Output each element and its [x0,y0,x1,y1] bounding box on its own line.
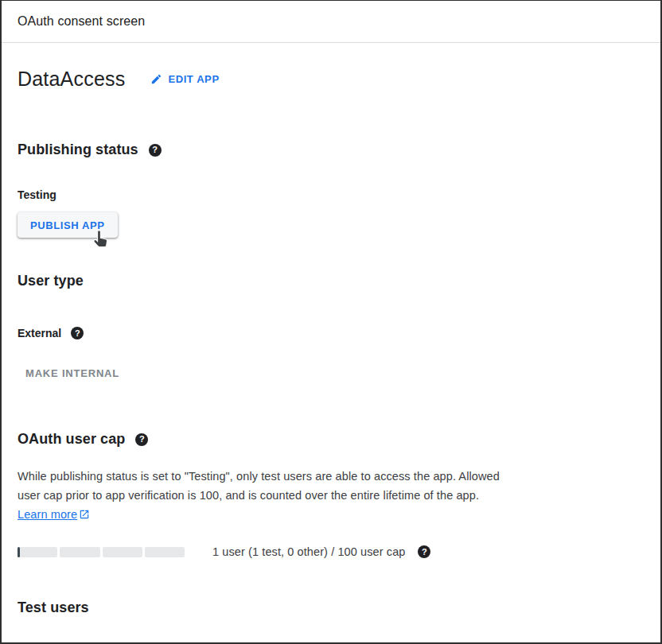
user-type-value-row: External ? [18,327,644,339]
progress-segment [103,547,142,557]
publishing-status-value: Testing [18,188,56,201]
page-title: OAuth consent screen [18,14,145,29]
open-in-new-icon [79,506,90,526]
progress-fill [18,547,20,557]
page-header: OAuth consent screen [2,1,660,43]
edit-app-label: EDIT APP [168,73,219,85]
edit-app-button[interactable]: EDIT APP [149,70,220,88]
user-cap-usage-row: 1 user (1 test, 0 other) / 100 user cap … [18,545,644,558]
pencil-icon [150,73,162,85]
publishing-status-heading: Publishing status [18,142,138,158]
user-cap-usage-label: 1 user (1 test, 0 other) / 100 user cap [212,545,405,558]
app-name: DataAccess [18,68,125,91]
progress-segment [60,547,99,557]
test-users-heading: Test users [18,599,89,616]
oauth-user-cap-heading: OAuth user cap [18,431,125,448]
help-icon[interactable]: ? [135,433,148,446]
publishing-status-value-row: Testing [18,188,644,201]
help-icon[interactable]: ? [149,144,162,157]
make-internal-button[interactable]: MAKE INTERNAL [25,366,119,381]
user-type-heading: User type [18,273,84,289]
oauth-user-cap-heading-row: OAuth user cap ? [18,431,644,448]
page-content: DataAccess EDIT APP Publishing status ? … [2,43,660,616]
help-icon[interactable]: ? [71,327,84,339]
help-icon[interactable]: ? [418,545,430,558]
progress-segment [145,547,185,557]
test-users-heading-row: Test users [18,599,644,616]
publishing-status-heading-row: Publishing status ? [18,142,644,158]
user-type-value: External [18,327,61,339]
user-cap-progress-bar [18,547,185,557]
learn-more-link[interactable]: Learn more [18,508,77,521]
oauth-consent-page: OAuth consent screen DataAccess EDIT APP… [0,0,662,644]
cap-description-text: While publishing status is set to "Testi… [18,470,500,502]
oauth-user-cap-description: While publishing status is set to "Testi… [18,467,500,526]
progress-segment [18,547,57,557]
app-title-row: DataAccess EDIT APP [18,43,644,91]
publish-app-button[interactable]: PUBLISH APP [18,212,118,238]
learn-more-label: Learn more [18,508,77,521]
user-type-heading-row: User type [18,273,644,289]
